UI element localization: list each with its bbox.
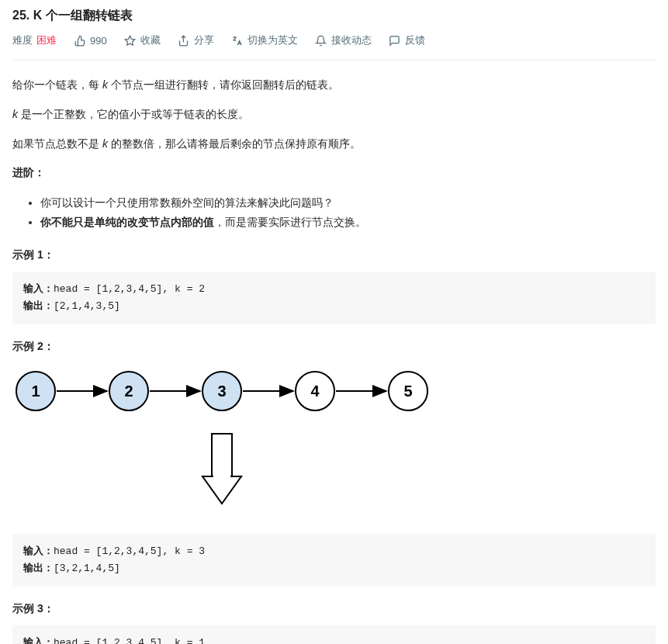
diagram-node: 4 [296,372,334,410]
feedback-label: 反馈 [405,33,425,47]
translate-icon [231,34,244,47]
subscribe-button[interactable]: 接收动态 [315,33,372,47]
svg-text:4: 4 [310,383,320,400]
svg-text:1: 1 [31,383,40,400]
favorite-button[interactable]: 收藏 [124,33,161,47]
desc-p2: k 是一个正整数，它的值小于或等于链表的长度。 [12,106,656,124]
linked-list-diagram: 1 2 3 4 5 [12,368,656,515]
example-1-label: 示例 1： [12,248,656,262]
example-2-block: 输入：head = [1,2,3,4,5], k = 3 输出：[3,2,1,4… [12,534,656,587]
svg-rect-14 [213,471,230,479]
svg-marker-13 [202,476,241,504]
advanced-list: 你可以设计一个只使用常数额外空间的算法来解决此问题吗？ 你不能只是单纯的改变节点… [12,193,656,232]
svg-text:5: 5 [403,383,412,400]
message-icon [389,34,401,47]
difficulty-label: 难度 [12,33,33,47]
list-item: 你不能只是单纯的改变节点内部的值，而是需要实际进行节点交换。 [40,213,656,232]
example-3-block: 输入：head = [1,2,3,4,5], k = 1 输出：[1,2,3,4… [12,625,656,644]
example-2-label: 示例 2： [12,340,656,354]
arrow-down-icon [202,434,241,504]
desc-p1: 给你一个链表，每 k 个节点一组进行翻转，请你返回翻转后的链表。 [12,76,656,95]
thumbs-up-icon [74,34,86,47]
meta-row: 难度 困难 990 收藏 分享 切换为英文 接收动态 反馈 [12,33,656,61]
share-label: 分享 [194,33,214,47]
desc-p3: 如果节点总数不是 k 的整数倍，那么请将最后剩余的节点保持原有顺序。 [12,135,656,154]
example-1-block: 输入：head = [1,2,3,4,5], k = 2 输出：[2,1,4,3… [12,272,656,324]
list-item: 你可以设计一个只使用常数额外空间的算法来解决此问题吗？ [40,193,656,213]
svg-rect-12 [212,434,232,476]
subscribe-label: 接收动态 [331,33,372,47]
switch-lang-button[interactable]: 切换为英文 [231,33,298,47]
likes-count: 990 [90,35,107,47]
advanced-label: 进阶： [12,164,656,182]
difficulty-value: 困难 [36,33,57,47]
favorite-label: 收藏 [140,33,161,47]
diagram-node: 1 [16,372,55,410]
feedback-button[interactable]: 反馈 [389,33,425,47]
likes-button[interactable]: 990 [74,34,107,47]
difficulty: 难度 困难 [12,33,57,47]
svg-text:3: 3 [217,383,226,400]
share-icon [178,34,190,47]
svg-marker-0 [125,36,135,45]
diagram-node: 5 [389,372,427,410]
problem-title: 25. K 个一组翻转链表 [12,8,656,24]
diagram-node: 3 [202,372,241,410]
switch-lang-label: 切换为英文 [247,33,298,47]
svg-text:2: 2 [124,383,133,400]
share-button[interactable]: 分享 [178,33,214,47]
example-3-label: 示例 3： [12,602,656,616]
diagram-node: 2 [109,372,148,410]
problem-description: 给你一个链表，每 k 个节点一组进行翻转，请你返回翻转后的链表。 k 是一个正整… [12,76,656,644]
star-icon [124,34,137,47]
bell-icon [315,34,327,47]
